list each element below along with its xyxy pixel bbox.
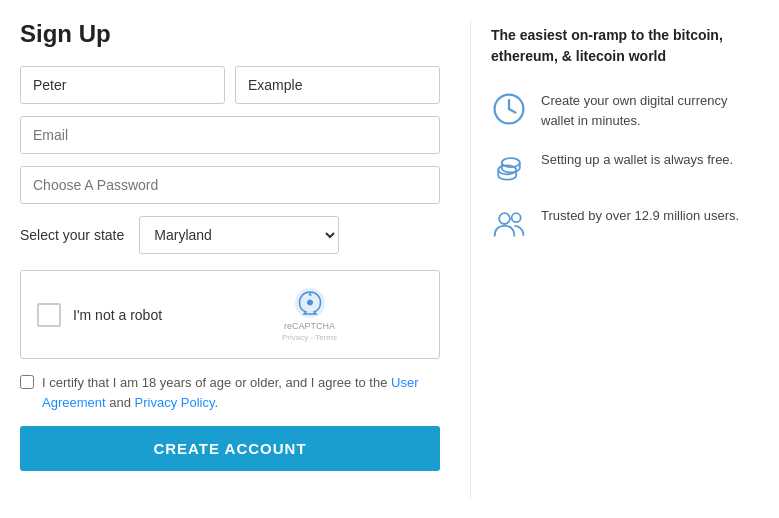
create-account-button[interactable]: CREATE ACCOUNT [20, 426, 440, 471]
password-row [20, 166, 440, 204]
feature-list: Create your own digital currency wallet … [491, 91, 759, 242]
last-name-input[interactable] [235, 66, 440, 104]
captcha-checkbox[interactable] [37, 303, 61, 327]
state-select[interactable]: Maryland Alabama Alaska Arizona Arkansas… [139, 216, 339, 254]
recaptcha-logo-icon [294, 287, 326, 319]
captcha-container: I'm not a robot reCAPTCHA Privacy - Term… [20, 270, 440, 359]
feature-item-wallet: Create your own digital currency wallet … [491, 91, 759, 130]
terms-row: I certify that I am 18 years of age or o… [20, 373, 440, 412]
terms-text: I certify that I am 18 years of age or o… [42, 373, 440, 412]
svg-point-6 [499, 213, 510, 224]
svg-line-3 [509, 109, 515, 113]
terms-checkbox[interactable] [20, 375, 34, 389]
recaptcha-sub: Privacy - Terms [282, 333, 337, 342]
clock-icon [491, 91, 527, 127]
recaptcha-label: reCAPTCHA [284, 321, 335, 331]
feature-text-users: Trusted by over 12.9 million users. [541, 206, 739, 226]
captcha-label: I'm not a robot [73, 307, 162, 323]
feature-item-users: Trusted by over 12.9 million users. [491, 206, 759, 242]
captcha-right: reCAPTCHA Privacy - Terms [282, 287, 337, 342]
privacy-policy-link[interactable]: Privacy Policy [135, 395, 215, 410]
captcha-inner: I'm not a robot reCAPTCHA Privacy - Term… [37, 287, 337, 342]
state-label: Select your state [20, 227, 124, 243]
users-icon [491, 206, 527, 242]
password-input[interactable] [20, 166, 440, 204]
page-title: Sign Up [20, 20, 440, 48]
feature-text-free: Setting up a wallet is always free. [541, 150, 733, 170]
feature-item-free: Setting up a wallet is always free. [491, 150, 759, 186]
tagline: The easiest on-ramp to the bitcoin, ethe… [491, 25, 759, 67]
email-input[interactable] [20, 116, 440, 154]
svg-point-7 [512, 213, 521, 222]
feature-text-wallet: Create your own digital currency wallet … [541, 91, 759, 130]
name-row [20, 66, 440, 104]
coins-icon [491, 150, 527, 186]
state-row: Select your state Maryland Alabama Alask… [20, 216, 440, 254]
email-row [20, 116, 440, 154]
sidebar-panel: The easiest on-ramp to the bitcoin, ethe… [470, 20, 759, 498]
first-name-input[interactable] [20, 66, 225, 104]
signup-form-panel: Sign Up Select your state Maryland Alaba… [20, 20, 470, 498]
captcha-left: I'm not a robot [37, 303, 162, 327]
